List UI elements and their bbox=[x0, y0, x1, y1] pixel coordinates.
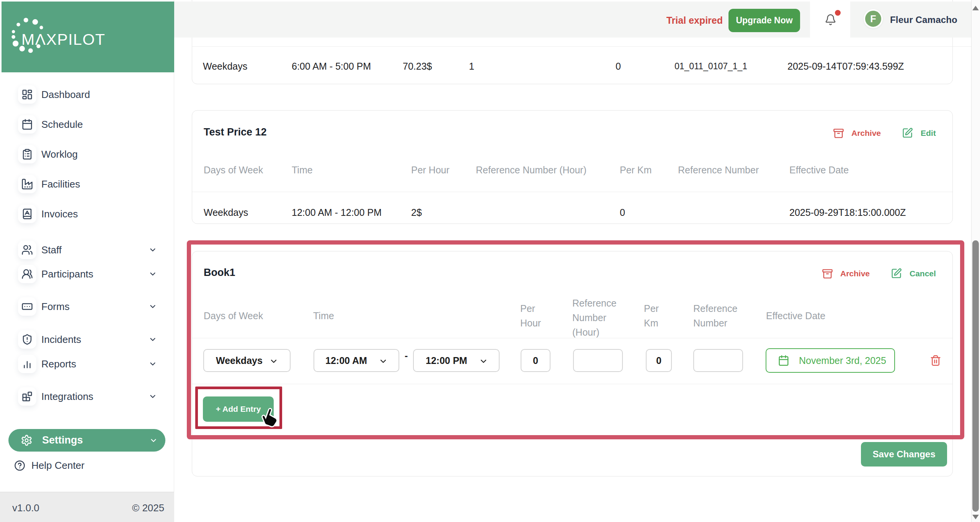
svg-text:MΛXPILOT: MΛXPILOT bbox=[21, 31, 105, 48]
